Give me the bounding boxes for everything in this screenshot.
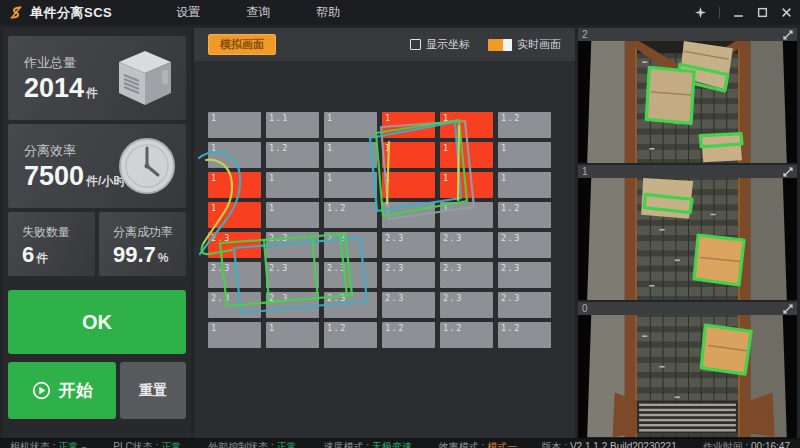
- camera-label: 0: [582, 303, 588, 314]
- status-external: 外部控制状态正常: [208, 440, 296, 448]
- minimize-icon[interactable]: [733, 7, 744, 18]
- grid-cell: 1.2: [498, 202, 551, 228]
- grid-cell: 1: [324, 172, 377, 198]
- camera-view-0: 0: [578, 302, 797, 437]
- grid-cell: 2.3: [266, 292, 319, 318]
- box-icon: [112, 48, 178, 108]
- stat-unit: 件: [86, 86, 98, 100]
- start-label: 开始: [59, 379, 93, 402]
- grid-cell: 1.2: [498, 112, 551, 138]
- status-plc: PLC状态正常: [113, 440, 181, 448]
- pin-icon[interactable]: [695, 7, 706, 18]
- grid-cell: 2.3: [382, 232, 435, 258]
- grid-cell: 1: [440, 112, 493, 138]
- stat-unit: %: [158, 251, 169, 265]
- grid-cell: 1: [324, 112, 377, 138]
- grid-cell: 2.3: [324, 232, 377, 258]
- stat-value: 7500: [24, 161, 84, 191]
- grid-cell: 1: [440, 172, 493, 198]
- camera-panel: 2 1: [578, 28, 797, 438]
- main-area: 作业总量 2014件 分离效率 7500件/小时: [0, 25, 800, 438]
- grid-cell: 1: [382, 202, 435, 228]
- stat-label: 失败数量: [22, 224, 95, 241]
- app-window: 单件分离SCS 设置查询帮助 作业总量 2014件: [0, 0, 800, 448]
- camera-image: [578, 315, 797, 437]
- separation-grid: 11.11111.211.21111111111111.2111.22.32.3…: [208, 112, 551, 348]
- grid-cell: 2.3: [324, 292, 377, 318]
- show-coordinates-label: 显示坐标: [426, 37, 470, 52]
- grid-cell: 1.2: [266, 142, 319, 168]
- menu-settings[interactable]: 设置: [176, 4, 200, 21]
- menu-help[interactable]: 帮助: [316, 4, 340, 21]
- stat-unit: 件: [36, 251, 48, 265]
- grid-cell: 1: [208, 142, 261, 168]
- camera-header: 2: [578, 28, 797, 41]
- grid-cell: 2.3: [440, 262, 493, 288]
- ok-button[interactable]: OK: [8, 290, 186, 354]
- center-panel: 模拟画面 显示坐标 实时画面 11.11111.211.211111111111…: [194, 28, 575, 438]
- reset-button[interactable]: 重置: [120, 362, 186, 419]
- live-view-control[interactable]: 实时画面: [488, 37, 561, 52]
- camera-image: [578, 41, 797, 163]
- grid-cell: 1.2: [498, 322, 551, 348]
- grid-cell: 1: [440, 142, 493, 168]
- live-view-label: 实时画面: [517, 37, 561, 52]
- camera-header: 0: [578, 302, 797, 315]
- status-bar: 相机状态正常PLC状态正常外部控制状态正常速度模式无极变速效率模式模式一 版本 …: [0, 438, 800, 448]
- version-value: V2.1.1.2 Build20230221: [570, 441, 677, 448]
- status-dropdown-caret[interactable]: [82, 444, 88, 448]
- grid-cell: 2.3: [440, 292, 493, 318]
- grid-cell: 1: [208, 322, 261, 348]
- grid-cell: 1: [266, 322, 319, 348]
- clock-icon: [116, 135, 178, 197]
- stat-label: 分离成功率: [113, 224, 186, 241]
- status-speed: 速度模式无极变速: [323, 440, 411, 448]
- show-coordinates-checkbox[interactable]: [410, 39, 421, 50]
- stat-card-total-jobs: 作业总量 2014件: [8, 36, 186, 120]
- grid-cell: 2.3: [498, 262, 551, 288]
- camera-label: 2: [582, 29, 588, 40]
- grid-cell: 1: [440, 202, 493, 228]
- play-icon: [32, 381, 51, 400]
- expand-icon[interactable]: [783, 30, 793, 40]
- grid-cell: 2.3: [382, 262, 435, 288]
- version-label: 版本: [542, 440, 570, 448]
- grid-cell: 1: [498, 172, 551, 198]
- grid-cell: 2.3: [208, 262, 261, 288]
- status-camera: 相机状态正常: [10, 440, 86, 448]
- stat-half-row: 失败数量 6件 分离成功率 99.7%: [8, 212, 186, 276]
- window-controls: [695, 7, 792, 18]
- camera-view-1: 1: [578, 165, 797, 300]
- grid-cell: 1.1: [266, 112, 319, 138]
- grid-cell: 2.3: [440, 232, 493, 258]
- camera-label: 1: [582, 166, 588, 177]
- grid-cell: 1.2: [324, 322, 377, 348]
- app-logo-icon: [8, 5, 24, 21]
- view-controls: 显示坐标 实时画面: [410, 37, 561, 52]
- stats-sidebar: 作业总量 2014件 分离效率 7500件/小时: [3, 28, 191, 438]
- camera-image: [578, 178, 797, 300]
- grid-cell: 1: [208, 202, 261, 228]
- app-title: 单件分离SCS: [30, 4, 112, 22]
- grid-cell: 1.2: [382, 322, 435, 348]
- maximize-icon[interactable]: [757, 7, 768, 18]
- live-view-toggle[interactable]: [488, 39, 512, 51]
- menu-query[interactable]: 查询: [246, 4, 270, 21]
- grid-cell: 1.2: [324, 202, 377, 228]
- start-button[interactable]: 开始: [8, 362, 116, 419]
- center-toolbar: 模拟画面 显示坐标 实时画面: [194, 28, 575, 61]
- job-time-info: 作业时间 00:16:47: [703, 440, 790, 448]
- grid-cell: 2.3: [208, 292, 261, 318]
- grid-cell: 2.3: [208, 232, 261, 258]
- expand-icon[interactable]: [783, 304, 793, 314]
- stat-card-efficiency: 分离效率 7500件/小时: [8, 124, 186, 208]
- divider: [719, 7, 720, 18]
- show-coordinates-control[interactable]: 显示坐标: [410, 37, 470, 52]
- grid-area: 11.11111.211.21111111111111.2111.22.32.3…: [208, 112, 551, 348]
- close-icon[interactable]: [781, 7, 792, 18]
- simulation-view-button[interactable]: 模拟画面: [208, 34, 276, 55]
- grid-cell: 1: [382, 142, 435, 168]
- expand-icon[interactable]: [783, 167, 793, 177]
- status-efficiency: 效率模式模式一: [439, 440, 517, 448]
- status-right: 版本 V2.1.1.2 Build20230221 作业时间 00:16:47: [542, 440, 790, 448]
